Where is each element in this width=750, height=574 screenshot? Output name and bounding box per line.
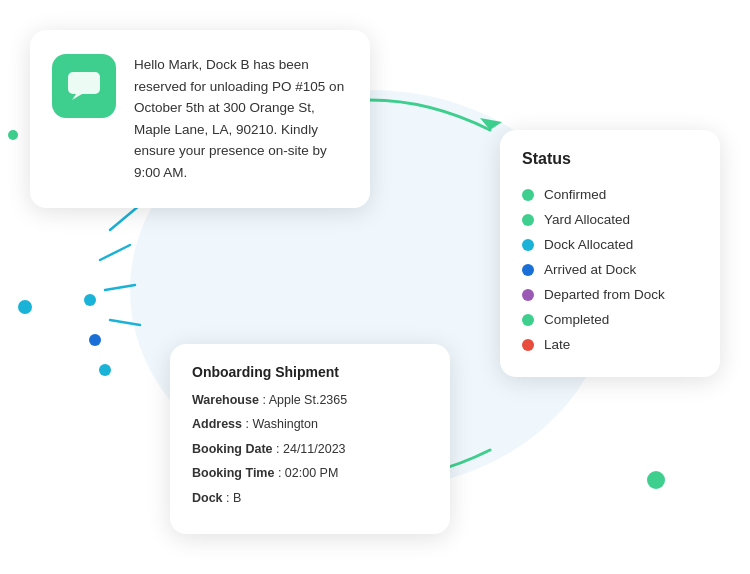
shipment-rows-list: Warehouse : Apple St.2365Address : Washi…: [192, 392, 428, 508]
svg-point-7: [84, 294, 96, 306]
shipment-row-label: Booking Time: [192, 466, 274, 480]
status-item: Completed: [522, 307, 698, 332]
svg-marker-11: [72, 94, 82, 100]
shipment-row-value: : 24/11/2023: [273, 442, 346, 456]
status-card: Status ConfirmedYard AllocatedDock Alloc…: [500, 130, 720, 377]
svg-line-4: [100, 245, 130, 260]
shipment-row-value: : Apple St.2365: [259, 393, 347, 407]
status-item: Late: [522, 332, 698, 357]
deco-dot-teal-right: [647, 471, 665, 489]
status-item: Dock Allocated: [522, 232, 698, 257]
status-item-label: Yard Allocated: [544, 212, 630, 227]
shipment-row-value: : B: [223, 491, 242, 505]
svg-line-3: [110, 205, 140, 230]
status-item: Confirmed: [522, 182, 698, 207]
chat-bubble-icon: [66, 68, 102, 104]
status-item: Yard Allocated: [522, 207, 698, 232]
status-item-label: Dock Allocated: [544, 237, 633, 252]
status-dot: [522, 339, 534, 351]
shipment-row: Booking Time : 02:00 PM: [192, 465, 428, 483]
shipment-row-label: Address: [192, 417, 242, 431]
svg-marker-1: [480, 118, 502, 130]
shipment-row-label: Dock: [192, 491, 223, 505]
shipment-row-label: Booking Date: [192, 442, 273, 456]
status-dot: [522, 289, 534, 301]
svg-point-8: [89, 334, 101, 346]
status-item-label: Confirmed: [544, 187, 606, 202]
shipment-row: Address : Washington: [192, 416, 428, 434]
status-item: Arrived at Dock: [522, 257, 698, 282]
svg-line-6: [110, 320, 140, 325]
status-dot: [522, 214, 534, 226]
shipment-card: Onboarding Shipment Warehouse : Apple St…: [170, 344, 450, 535]
svg-rect-10: [68, 72, 100, 94]
status-title: Status: [522, 150, 698, 168]
shipment-row-value: : 02:00 PM: [274, 466, 338, 480]
status-item-label: Arrived at Dock: [544, 262, 636, 277]
status-item: Departed from Dock: [522, 282, 698, 307]
shipment-row-label: Warehouse: [192, 393, 259, 407]
deco-dot-green-small-left: [8, 130, 18, 140]
svg-line-5: [105, 285, 135, 290]
chat-icon-container: [52, 54, 116, 118]
shipment-row-value: : Washington: [242, 417, 318, 431]
shipment-row: Warehouse : Apple St.2365: [192, 392, 428, 410]
status-item-label: Late: [544, 337, 570, 352]
message-text: Hello Mark, Dock B has been reserved for…: [134, 54, 348, 184]
status-dot: [522, 239, 534, 251]
shipment-row: Booking Date : 24/11/2023: [192, 441, 428, 459]
deco-dot-blue-left: [18, 300, 32, 314]
shipment-title: Onboarding Shipment: [192, 364, 428, 380]
status-dot: [522, 189, 534, 201]
status-item-label: Departed from Dock: [544, 287, 665, 302]
status-items-list: ConfirmedYard AllocatedDock AllocatedArr…: [522, 182, 698, 357]
svg-point-9: [99, 364, 111, 376]
main-scene: Hello Mark, Dock B has been reserved for…: [0, 0, 750, 574]
shipment-row: Dock : B: [192, 490, 428, 508]
status-dot: [522, 264, 534, 276]
status-item-label: Completed: [544, 312, 609, 327]
status-dot: [522, 314, 534, 326]
message-card: Hello Mark, Dock B has been reserved for…: [30, 30, 370, 208]
